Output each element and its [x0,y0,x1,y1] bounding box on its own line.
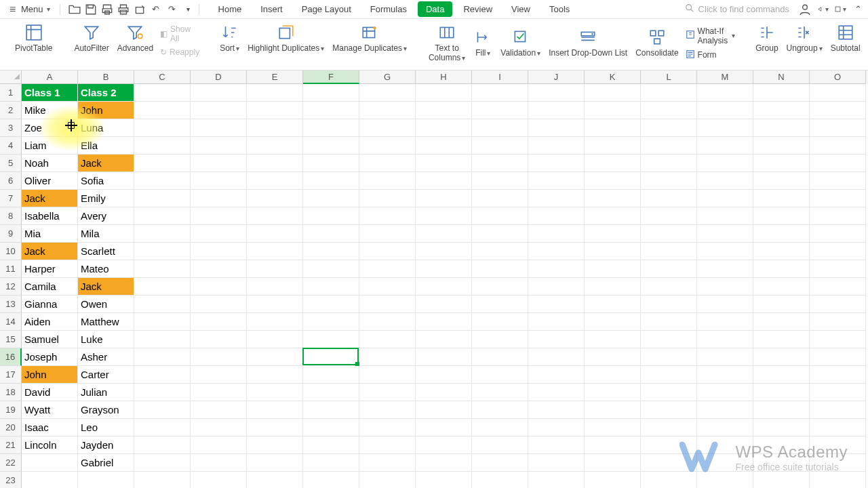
cell[interactable] [191,401,247,419]
cell[interactable] [472,348,528,366]
cell[interactable] [585,172,641,190]
cell[interactable] [303,260,359,278]
cell[interactable] [247,454,303,472]
cell[interactable] [528,331,585,348]
cell[interactable] [697,155,753,172]
cell[interactable] [416,84,472,102]
cell[interactable] [191,313,247,331]
cell[interactable] [641,313,697,331]
cell[interactable] [697,419,753,436]
cell[interactable] [528,119,585,137]
cell[interactable]: Oliver [22,172,78,190]
cell[interactable] [303,190,359,207]
menu-button[interactable]: Menu ▾ [4,3,56,16]
cell[interactable] [191,278,247,296]
cell[interactable] [134,401,191,419]
column-header[interactable]: K [585,70,641,84]
cell[interactable]: Grayson [78,401,134,419]
cell[interactable]: Lincoln [22,436,78,454]
row-header[interactable]: 7 [0,190,22,207]
cell[interactable] [22,472,78,488]
cell[interactable] [810,207,866,225]
cell[interactable] [247,419,303,436]
cell[interactable] [697,102,753,119]
cell[interactable] [247,84,303,102]
cell[interactable] [641,260,697,278]
cell[interactable] [359,331,416,348]
column-header[interactable]: I [472,70,528,84]
cell[interactable] [359,296,416,313]
row-header[interactable]: 18 [0,384,22,401]
cell[interactable] [303,155,359,172]
cell[interactable] [472,225,528,243]
cell[interactable] [416,155,472,172]
cell[interactable] [753,225,810,243]
cell[interactable] [416,296,472,313]
cell[interactable] [134,155,191,172]
cell[interactable] [585,137,641,155]
cell[interactable] [359,102,416,119]
cell[interactable] [528,436,585,454]
cell[interactable] [753,348,810,366]
cell[interactable] [810,366,866,384]
cell[interactable] [134,243,191,260]
row-header[interactable]: 3 [0,119,22,137]
column-header[interactable]: A [22,70,78,84]
cell[interactable]: Jack [22,243,78,260]
cell[interactable] [416,419,472,436]
row-header[interactable]: 14 [0,313,22,331]
cell[interactable] [134,454,191,472]
cell[interactable] [810,172,866,190]
cell[interactable] [134,296,191,313]
cell[interactable] [134,260,191,278]
cell[interactable] [528,155,585,172]
cell[interactable] [641,102,697,119]
cell[interactable] [416,102,472,119]
cell[interactable] [585,401,641,419]
column-header[interactable]: L [641,70,697,84]
row-header[interactable]: 23 [0,472,22,488]
cell[interactable] [303,313,359,331]
cell[interactable] [585,419,641,436]
cell[interactable] [134,331,191,348]
command-search[interactable]: Click to find commands [685,3,789,15]
row-header[interactable]: 4 [0,137,22,155]
cell[interactable] [697,366,753,384]
cell[interactable]: Jayden [78,436,134,454]
cell[interactable]: Wyatt [22,401,78,419]
cell[interactable] [753,296,810,313]
cell[interactable] [810,278,866,296]
cell[interactable] [191,207,247,225]
cell[interactable] [247,348,303,366]
cell[interactable] [191,384,247,401]
row-header[interactable]: 13 [0,296,22,313]
cell[interactable] [134,172,191,190]
cell[interactable] [753,278,810,296]
cell[interactable] [359,190,416,207]
row-header[interactable]: 15 [0,331,22,348]
tab-formulas[interactable]: Formulas [362,1,415,17]
cell[interactable] [810,155,866,172]
cell[interactable] [472,454,528,472]
cell[interactable] [416,190,472,207]
cell[interactable] [191,102,247,119]
cell[interactable] [359,243,416,260]
cell[interactable] [416,348,472,366]
cell[interactable] [134,384,191,401]
cell[interactable]: Mia [22,225,78,243]
cell[interactable] [303,366,359,384]
cell[interactable] [528,102,585,119]
cell[interactable] [810,137,866,155]
cell[interactable] [416,366,472,384]
cell[interactable] [528,260,585,278]
cell[interactable] [22,454,78,472]
cell[interactable] [528,207,585,225]
cell[interactable] [191,190,247,207]
cell[interactable] [528,401,585,419]
cell[interactable] [585,331,641,348]
cell[interactable] [359,401,416,419]
collapse-ribbon-icon[interactable]: ⌃ [852,3,864,16]
cell[interactable] [528,278,585,296]
cell[interactable] [753,102,810,119]
column-header[interactable]: O [810,70,866,84]
